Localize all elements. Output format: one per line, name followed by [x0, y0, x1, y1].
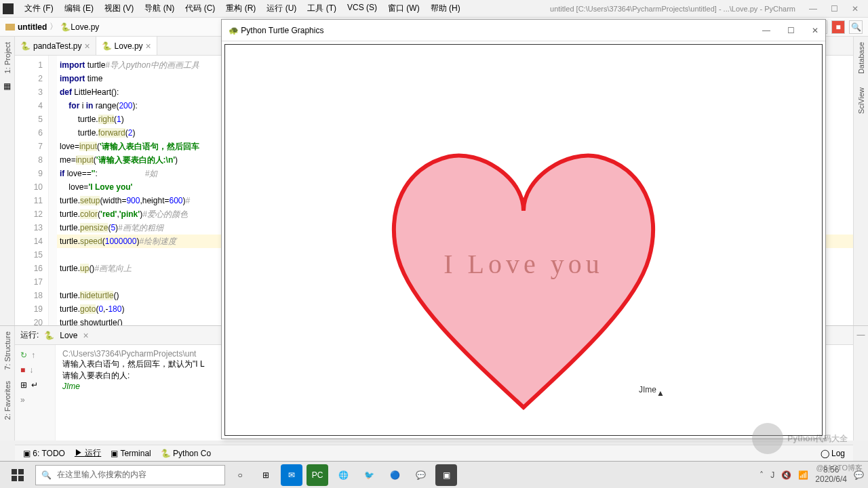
python-file-icon: 🐍 [60, 22, 71, 32]
mail-app-icon[interactable]: ✉ [281, 464, 302, 486]
app-icon [3, 3, 14, 14]
svg-rect-1 [18, 469, 24, 474]
turtle-app-icon: 🐢 [229, 26, 239, 35]
right-tool-rail: Database SciView [853, 37, 868, 325]
window-title: untitled [C:\Users\37364\PycharmProjects… [550, 5, 795, 13]
fold-column[interactable] [49, 56, 57, 325]
start-button[interactable] [4, 464, 31, 486]
watermark: Python代码大全 [752, 423, 848, 454]
structure-tool[interactable]: 7: Structure [3, 331, 12, 370]
taskbar-search[interactable]: 🔍 在这里输入你搜索的内容 [35, 465, 225, 485]
menu-item[interactable]: 编辑 (E) [59, 1, 99, 16]
bottom-tool-tabs: ▣ 6: TODO ▶ 运行 ▣ Terminal 🐍 Python Co ◯ … [15, 445, 853, 461]
menu-item[interactable]: 导航 (N) [139, 1, 180, 16]
turtle-close[interactable]: ✕ [812, 26, 818, 35]
structure-rail: 7: Structure 2: Favorites [0, 326, 15, 441]
wifi-icon[interactable]: 📶 [798, 470, 808, 480]
stop-indicator[interactable]: ■ [831, 20, 845, 34]
tool-icon[interactable]: ▦ [3, 81, 11, 91]
run-toolbar: ↻ ↑ ■ ↓ ⊞ ↵ » [15, 345, 56, 441]
chrome-icon[interactable]: 🔵 [384, 464, 406, 486]
terminal-tab[interactable]: ▣ Terminal [111, 449, 151, 458]
menu-item[interactable]: 文件 (F) [19, 1, 59, 16]
run-label: 运行: [20, 329, 39, 341]
hide-panel-button[interactable]: — [857, 330, 865, 340]
menu-item[interactable]: VCS (S) [342, 1, 382, 16]
menu-item[interactable]: 窗口 (W) [382, 1, 425, 16]
svg-rect-3 [18, 476, 24, 481]
maximize-button[interactable]: ☐ [831, 4, 838, 14]
down-trace-button[interactable]: ↓ [29, 365, 33, 375]
folder-icon [5, 24, 15, 30]
ie-icon[interactable]: 🌐 [332, 464, 354, 486]
pycharm-app-icon[interactable]: PC [307, 464, 328, 486]
cortana-icon[interactable]: ○ [229, 464, 251, 486]
turtle-maximize[interactable]: ☐ [787, 26, 795, 35]
breadcrumb-project[interactable]: untitled [18, 22, 47, 32]
rerun-button[interactable]: ↻ [20, 350, 27, 360]
gutter: 1234567891011121314151617181920 [15, 56, 49, 325]
signature-text: JIme▲ [639, 380, 665, 398]
run-config-name[interactable]: Love [60, 331, 77, 340]
python-icon: 🐍 [44, 331, 54, 340]
search-button[interactable]: 🔍 [849, 20, 863, 34]
turtle-minimize[interactable]: — [762, 26, 770, 35]
breadcrumb-file[interactable]: Love.py [71, 22, 99, 32]
editor-tab[interactable]: 🐍pandaTest.py× [15, 37, 96, 55]
tray-chevron-icon[interactable]: ˄ [760, 470, 764, 480]
python-console-tab[interactable]: 🐍 Python Co [161, 449, 211, 458]
python-file-icon: 🐍 [20, 41, 31, 51]
stop-button[interactable]: ■ [20, 365, 25, 375]
heart-text: I Love you [443, 248, 604, 280]
search-placeholder: 在这里输入你搜索的内容 [57, 469, 146, 481]
close-tab-icon[interactable]: × [146, 41, 151, 52]
wrap-button[interactable]: ↵ [31, 380, 38, 390]
turtle-canvas: I Love you JIme▲ [224, 44, 823, 436]
python-file-icon: 🐍 [102, 41, 112, 51]
terminal-app-icon[interactable]: ▣ [435, 464, 457, 486]
menu-item[interactable]: 帮助 (H) [425, 1, 466, 16]
run-tab[interactable]: ▶ 运行 [75, 447, 101, 459]
close-run-tab[interactable]: × [83, 330, 88, 341]
layout-button[interactable]: ⊞ [20, 380, 27, 390]
turtle-titlebar[interactable]: 🐢 Python Turtle Graphics — ☐ ✕ [222, 20, 825, 41]
svg-rect-2 [12, 476, 17, 481]
svg-rect-0 [12, 469, 17, 474]
sciview-tool[interactable]: SciView [857, 87, 865, 114]
editor-tab[interactable]: 🐍Love.py× [96, 37, 157, 55]
todo-tab[interactable]: ▣ 6: TODO [23, 449, 65, 458]
menu-item[interactable]: 视图 (V) [99, 1, 139, 16]
turtle-window: 🐢 Python Turtle Graphics — ☐ ✕ I Love yo… [221, 19, 826, 439]
windows-taskbar: 🔍 在这里输入你搜索的内容 ○ ⊞ ✉ PC 🌐 🐦 🔵 💬 ▣ ˄ J 🔇 📶… [0, 461, 868, 488]
turtle-title: Python Turtle Graphics [241, 26, 323, 35]
menubar: 文件 (F)编辑 (E)视图 (V)导航 (N)代码 (C)重构 (R)运行 (… [0, 0, 868, 18]
task-view-icon[interactable]: ⊞ [255, 464, 277, 486]
database-tool[interactable]: Database [857, 42, 865, 74]
project-tool[interactable]: 1: Project [3, 42, 12, 73]
watermark-logo [752, 423, 783, 454]
input-method-icon[interactable]: J [770, 470, 774, 480]
menu-item[interactable]: 重构 (R) [220, 1, 261, 16]
minimize-button[interactable]: — [809, 4, 817, 14]
left-tool-rail: 1: Project ▦ [0, 37, 15, 325]
menu-item[interactable]: 代码 (C) [180, 1, 220, 16]
menu-item[interactable]: 运行 (U) [261, 1, 302, 16]
volume-icon[interactable]: 🔇 [781, 470, 791, 480]
close-button[interactable]: ✕ [852, 4, 859, 14]
menu-item[interactable]: 工具 (T) [302, 1, 342, 16]
bird-app-icon[interactable]: 🐦 [358, 464, 380, 486]
heart-shape [371, 150, 676, 421]
close-tab-icon[interactable]: × [84, 41, 90, 52]
search-icon: 🔍 [41, 470, 52, 480]
wechat-icon[interactable]: 💬 [410, 464, 431, 486]
up-trace-button[interactable]: ↑ [31, 350, 35, 360]
favorites-tool[interactable]: 2: Favorites [3, 381, 12, 420]
blog-watermark: @51CTO博客 [816, 463, 863, 473]
